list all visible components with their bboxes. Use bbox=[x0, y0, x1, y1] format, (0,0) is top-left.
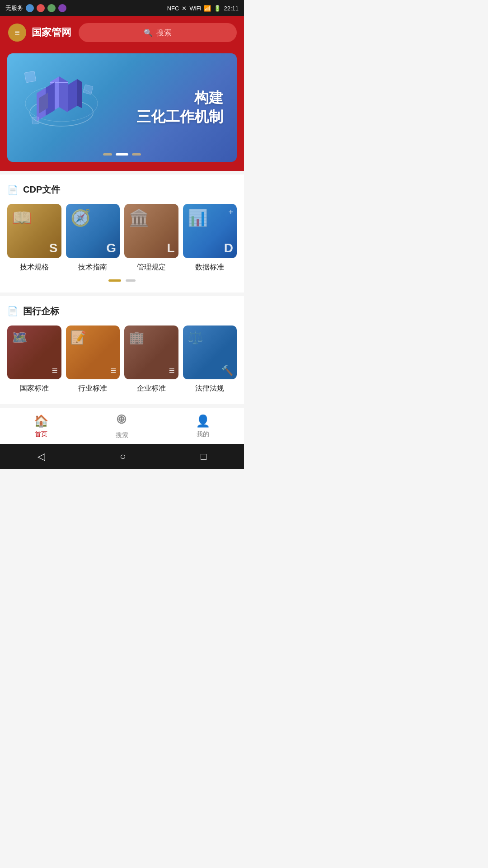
banner-dots bbox=[103, 153, 141, 156]
search-nav-icon: ≡ bbox=[116, 413, 128, 429]
home-nav-label: 首页 bbox=[35, 430, 47, 439]
search-placeholder: 搜索 bbox=[156, 28, 172, 38]
std-item-nation[interactable]: 🗺️ ≡ 国家标准 bbox=[7, 326, 61, 394]
std-section-title: 国行企标 bbox=[23, 305, 59, 317]
book-icon: 📖 bbox=[12, 208, 32, 227]
std-card-nation[interactable]: 🗺️ ≡ bbox=[7, 326, 61, 380]
std-card-law[interactable]: ⚖️ 🔨 bbox=[183, 326, 237, 380]
app-icon-2 bbox=[37, 4, 45, 12]
status-bar: 无服务 NFC ✕ WiFi 📶 🔋 22:11 bbox=[0, 0, 244, 16]
back-button[interactable]: ◁ bbox=[28, 447, 54, 466]
cdp-letter-l: L bbox=[167, 242, 174, 255]
nav-search[interactable]: ≡ 搜索 bbox=[116, 413, 128, 439]
cdp-card-g[interactable]: 🧭 G bbox=[66, 204, 120, 258]
std-icon-industry: ≡ bbox=[110, 366, 116, 376]
header: ≡ 国家管网 🔍 搜索 bbox=[0, 16, 244, 49]
cdp-section-title: CDP文件 bbox=[23, 184, 60, 196]
banner-content: 构建 三化工作机制 bbox=[136, 89, 223, 126]
logo-icon: ≡ bbox=[7, 23, 27, 42]
banner[interactable]: 构建 三化工作机制 bbox=[7, 53, 237, 162]
svg-text:≡: ≡ bbox=[14, 28, 20, 38]
industry-std-icon: 📝 bbox=[70, 330, 86, 345]
cdp-section-icon: 📄 bbox=[7, 184, 19, 195]
std-item-law[interactable]: ⚖️ 🔨 法律法规 bbox=[183, 326, 237, 394]
app-icon-4 bbox=[58, 4, 66, 12]
banner-dot-1[interactable] bbox=[103, 153, 112, 156]
cdp-grid: 📖 S 技术规格 🧭 G 技术指南 🏛️ L 管理规定 📊 + bbox=[7, 204, 237, 272]
search-bar[interactable]: 🔍 搜索 bbox=[79, 23, 237, 42]
wifi-icon: WiFi bbox=[189, 5, 201, 12]
compass-icon: 🧭 bbox=[70, 208, 91, 227]
cdp-card-d[interactable]: 📊 + D bbox=[183, 204, 237, 258]
cdp-page-dots bbox=[7, 279, 237, 282]
status-right: NFC ✕ WiFi 📶 🔋 22:11 bbox=[167, 5, 239, 12]
std-section-header: 📄 国行企标 bbox=[7, 305, 237, 317]
mine-nav-label: 我的 bbox=[197, 430, 209, 439]
std-grid: 🗺️ ≡ 国家标准 📝 ≡ 行业标准 🏢 ≡ 企业标准 ⚖️ 🔨 bbox=[7, 326, 237, 394]
cdp-letter-s: S bbox=[49, 242, 58, 255]
law-std-icon: ⚖️ bbox=[188, 330, 203, 345]
cdp-item-g[interactable]: 🧭 G 技术指南 bbox=[66, 204, 120, 272]
battery-icon: 🔋 bbox=[214, 5, 221, 12]
search-nav-label: 搜索 bbox=[116, 431, 128, 439]
std-label-nation: 国家标准 bbox=[20, 384, 49, 393]
home-button[interactable]: ○ bbox=[111, 447, 135, 466]
nav-mine[interactable]: 👤 我的 bbox=[196, 414, 210, 439]
status-left: 无服务 bbox=[5, 4, 66, 12]
app-icon-1 bbox=[26, 4, 34, 12]
std-label-industry: 行业标准 bbox=[78, 384, 107, 393]
cdp-dot-2[interactable] bbox=[126, 279, 136, 282]
enterprise-std-icon: 🏢 bbox=[129, 330, 145, 345]
home-nav-icon: 🏠 bbox=[34, 414, 48, 428]
android-nav-bar: ◁ ○ □ bbox=[0, 444, 244, 469]
cdp-item-d[interactable]: 📊 + D 数据标准 bbox=[183, 204, 237, 272]
app-icon-3 bbox=[47, 4, 56, 12]
cdp-label-d: 数据标准 bbox=[195, 263, 224, 272]
plus-icon: + bbox=[228, 208, 233, 217]
chart-icon: 📊 bbox=[188, 208, 208, 227]
banner-title-1: 构建 bbox=[136, 89, 223, 108]
banner-dot-3[interactable] bbox=[132, 153, 141, 156]
svg-rect-12 bbox=[24, 71, 36, 82]
std-icon-nation: ≡ bbox=[52, 366, 58, 376]
cdp-label-g: 技术指南 bbox=[78, 263, 107, 272]
svg-rect-14 bbox=[32, 117, 39, 124]
cdp-item-s[interactable]: 📖 S 技术规格 bbox=[7, 204, 61, 272]
building-icon: 🏛️ bbox=[129, 208, 149, 227]
std-item-enterprise[interactable]: 🏢 ≡ 企业标准 bbox=[124, 326, 178, 394]
nation-std-icon: 🗺️ bbox=[12, 330, 28, 345]
banner-dot-2[interactable] bbox=[116, 153, 128, 156]
no-service-text: 无服务 bbox=[5, 4, 23, 12]
std-label-enterprise: 企业标准 bbox=[137, 384, 166, 393]
std-card-enterprise[interactable]: 🏢 ≡ bbox=[124, 326, 178, 380]
search-icon: 🔍 bbox=[144, 28, 153, 37]
std-icon-enterprise: ≡ bbox=[169, 366, 175, 376]
sim-icon: 📶 bbox=[204, 5, 211, 12]
std-section-icon: 📄 bbox=[7, 306, 19, 316]
nfc-icon: NFC bbox=[167, 5, 179, 12]
cdp-letter-g: G bbox=[106, 242, 116, 255]
std-label-law: 法律法规 bbox=[195, 384, 224, 393]
cdp-card-s[interactable]: 📖 S bbox=[7, 204, 61, 258]
nav-home[interactable]: 🏠 首页 bbox=[34, 414, 48, 439]
cdp-card-l[interactable]: 🏛️ L bbox=[124, 204, 178, 258]
banner-container: 构建 三化工作机制 bbox=[0, 49, 244, 171]
svg-rect-13 bbox=[83, 85, 93, 94]
svg-marker-9 bbox=[68, 79, 77, 111]
recent-button[interactable]: □ bbox=[192, 447, 216, 466]
cdp-section: 📄 CDP文件 📖 S 技术规格 🧭 G 技术指南 🏛️ L 管理规定 bbox=[0, 175, 244, 292]
svg-marker-6 bbox=[50, 82, 68, 83]
banner-3d-graphic bbox=[21, 63, 102, 144]
cdp-dot-1[interactable] bbox=[108, 279, 121, 282]
std-item-industry[interactable]: 📝 ≡ 行业标准 bbox=[66, 326, 120, 394]
logo-area: ≡ 国家管网 bbox=[7, 23, 71, 42]
bottom-nav: 🏠 首页 ≡ 搜索 👤 我的 bbox=[0, 408, 244, 444]
std-section: 📄 国行企标 🗺️ ≡ 国家标准 📝 ≡ 行业标准 🏢 ≡ 企业标准 bbox=[0, 296, 244, 405]
cdp-letter-d: D bbox=[224, 242, 233, 255]
cdp-item-l[interactable]: 🏛️ L 管理规定 bbox=[124, 204, 178, 272]
time-text: 22:11 bbox=[224, 5, 239, 12]
app-title: 国家管网 bbox=[32, 26, 71, 39]
std-card-industry[interactable]: 📝 ≡ bbox=[66, 326, 120, 380]
cdp-label-s: 技术规格 bbox=[20, 263, 49, 272]
mine-nav-icon: 👤 bbox=[196, 414, 210, 428]
